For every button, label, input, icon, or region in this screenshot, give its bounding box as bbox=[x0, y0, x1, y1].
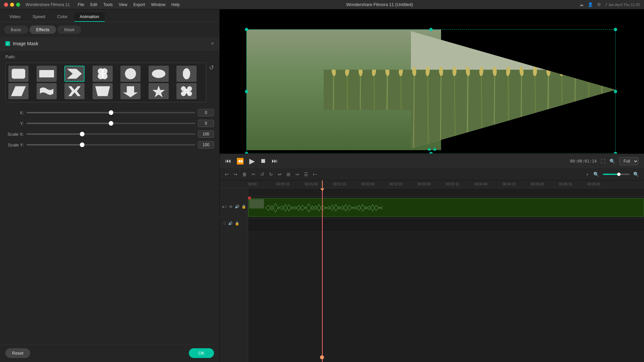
video-preview bbox=[220, 9, 644, 154]
ruler-mark-1: 00:00:15 bbox=[276, 182, 305, 186]
scale-y-value-input[interactable] bbox=[198, 141, 214, 148]
mask-grid-scroll[interactable] bbox=[5, 63, 206, 102]
timeline-zoom-slider[interactable] bbox=[603, 174, 630, 175]
sub-tab-basic[interactable]: Basic bbox=[4, 25, 28, 34]
fullscreen-select-container: Full bbox=[619, 157, 639, 165]
quality-select[interactable]: Full bbox=[619, 157, 639, 165]
tab-video[interactable]: Video bbox=[4, 12, 26, 22]
tab-animation[interactable]: Animation bbox=[74, 12, 105, 22]
maximize-button[interactable] bbox=[16, 3, 20, 7]
mask-item-trapezoid[interactable] bbox=[93, 83, 113, 99]
reset-button[interactable]: Reset bbox=[5, 348, 30, 358]
menu-export[interactable]: Export bbox=[133, 2, 145, 7]
ruler-mark-9: 00:04:15 bbox=[502, 182, 531, 186]
audio-lock-icon[interactable]: 🔒 bbox=[235, 221, 239, 226]
ruler-mark-7: 00:03:15 bbox=[446, 182, 474, 186]
scale-x-slider-thumb[interactable] bbox=[80, 132, 85, 136]
x-value-input[interactable] bbox=[198, 109, 214, 116]
titlebar-icons: ☁ 👤 ⚙ 7 Jan April Thu 11:55 bbox=[579, 2, 640, 7]
delete-icon[interactable]: 🗑 bbox=[241, 171, 248, 178]
timeline: 00:00 00:00:15 00:01:00 00:01:15 00:02:0… bbox=[220, 180, 644, 362]
mask-item-star[interactable] bbox=[149, 83, 169, 99]
crop-icon[interactable]: ✂ bbox=[251, 171, 257, 178]
cloud-icon[interactable]: ☁ bbox=[579, 2, 584, 7]
video-clip[interactable] bbox=[248, 198, 644, 217]
menu-view[interactable]: View bbox=[119, 2, 127, 7]
svg-marker-10 bbox=[11, 86, 26, 96]
ok-button[interactable]: OK bbox=[189, 348, 214, 358]
svg-marker-13 bbox=[123, 86, 138, 97]
list-icon[interactable]: ☰ bbox=[303, 171, 309, 178]
stop-button[interactable]: ⏹ bbox=[260, 158, 266, 165]
app-name: Wondershare Filmora 11 bbox=[25, 2, 70, 7]
track-audio-icon[interactable]: 🔊 bbox=[235, 204, 239, 209]
fullscreen-icon[interactable]: ⛶ bbox=[601, 159, 605, 164]
zoom-thumb[interactable] bbox=[617, 173, 621, 176]
mask-item-clover[interactable] bbox=[93, 66, 113, 82]
mask-item-rounded-rect[interactable] bbox=[8, 66, 29, 82]
menu-bar: File Edit Tools View Export Window Help bbox=[78, 2, 180, 7]
mask-item-arrow-down[interactable] bbox=[120, 83, 141, 99]
mask-item-circle[interactable] bbox=[120, 66, 141, 82]
next-frame-button[interactable]: ⏭ bbox=[272, 158, 278, 165]
tab-speed[interactable]: Speed bbox=[27, 12, 51, 22]
tab-color[interactable]: Color bbox=[52, 12, 73, 22]
mask-item-x-shape[interactable] bbox=[64, 83, 85, 99]
backward-button[interactable]: ⏪ bbox=[236, 158, 244, 165]
scale-x-slider-track[interactable] bbox=[26, 133, 195, 135]
previous-frame-button[interactable]: ⏮ bbox=[225, 158, 231, 165]
zoom-icon[interactable]: 🔍 bbox=[609, 159, 615, 164]
image-mask-checkbox[interactable]: ✓ bbox=[5, 41, 10, 46]
svg-marker-2 bbox=[67, 69, 82, 78]
mask-item-wide-rect[interactable] bbox=[37, 66, 57, 82]
rotate-right-icon[interactable]: ↻ bbox=[268, 171, 274, 178]
undo-icon[interactable]: ↩ bbox=[224, 171, 230, 178]
mask-item-arrow-right[interactable] bbox=[64, 66, 85, 82]
mask-item-ellipse-wide[interactable] bbox=[149, 66, 169, 82]
svg-rect-91 bbox=[249, 198, 644, 217]
minimize-button[interactable] bbox=[10, 3, 14, 7]
y-value-input[interactable] bbox=[198, 120, 214, 127]
refresh-button[interactable]: ↺ bbox=[209, 64, 214, 71]
x-slider-track[interactable] bbox=[26, 112, 195, 113]
audio-track-number: ♪1 bbox=[222, 222, 226, 225]
menu-help[interactable]: Help bbox=[171, 2, 180, 7]
speed-icon[interactable]: ⇒ bbox=[294, 171, 300, 178]
section-close-button[interactable]: × bbox=[211, 41, 214, 47]
playhead-dot[interactable] bbox=[320, 355, 324, 359]
scale-y-slider-track[interactable] bbox=[26, 144, 195, 145]
menu-file[interactable]: File bbox=[78, 2, 84, 7]
settings-icon[interactable]: ⚙ bbox=[597, 2, 601, 7]
close-button[interactable] bbox=[4, 3, 8, 7]
scale-y-slider-thumb[interactable] bbox=[80, 142, 85, 147]
menu-window[interactable]: Window bbox=[151, 2, 165, 7]
y-slider-track[interactable] bbox=[26, 123, 195, 124]
mask-item-diag-rect[interactable] bbox=[8, 83, 29, 99]
sub-tab-mask[interactable]: Mask bbox=[57, 25, 81, 34]
mask-item-ellipse-narrow[interactable] bbox=[176, 66, 197, 82]
mask-item-rounded-star[interactable] bbox=[176, 83, 197, 99]
zoom-timeline-in[interactable]: 🔍 bbox=[632, 171, 640, 178]
split-icon[interactable]: ⊢ bbox=[312, 171, 318, 178]
add-track-icon[interactable]: + bbox=[585, 171, 590, 178]
menu-tools[interactable]: Tools bbox=[103, 2, 113, 7]
flip-icon[interactable]: ⇌ bbox=[277, 171, 283, 178]
x-slider-thumb[interactable] bbox=[109, 110, 113, 115]
track-eye-icon[interactable]: 👁 bbox=[229, 205, 233, 209]
transform-icon[interactable]: ⊞ bbox=[285, 171, 291, 178]
y-slider-thumb[interactable] bbox=[109, 121, 113, 126]
audio-eye-icon[interactable]: 🔊 bbox=[228, 221, 233, 226]
play-button[interactable]: ▶ bbox=[249, 157, 255, 166]
menu-edit[interactable]: Edit bbox=[90, 2, 97, 7]
sub-tab-effects[interactable]: Effects bbox=[30, 25, 56, 34]
scale-x-label: Scale X: bbox=[5, 132, 24, 137]
mask-item-wavy[interactable] bbox=[37, 83, 57, 99]
timeline-toolbar: ↩ ↪ 🗑 ✂ ↺ ↻ ⇌ ⊞ ⇒ ☰ ⊢ + 🔍 🔍 bbox=[220, 168, 644, 180]
redo-icon[interactable]: ↪ bbox=[232, 171, 238, 178]
track-lock-icon[interactable]: 🔒 bbox=[241, 204, 246, 209]
rotate-left-icon[interactable]: ↺ bbox=[259, 171, 265, 178]
scale-x-value-input[interactable] bbox=[198, 130, 214, 138]
zoom-timeline-out[interactable]: 🔍 bbox=[592, 171, 600, 178]
account-icon[interactable]: 👤 bbox=[588, 2, 593, 7]
playhead-bottom bbox=[322, 355, 326, 359]
